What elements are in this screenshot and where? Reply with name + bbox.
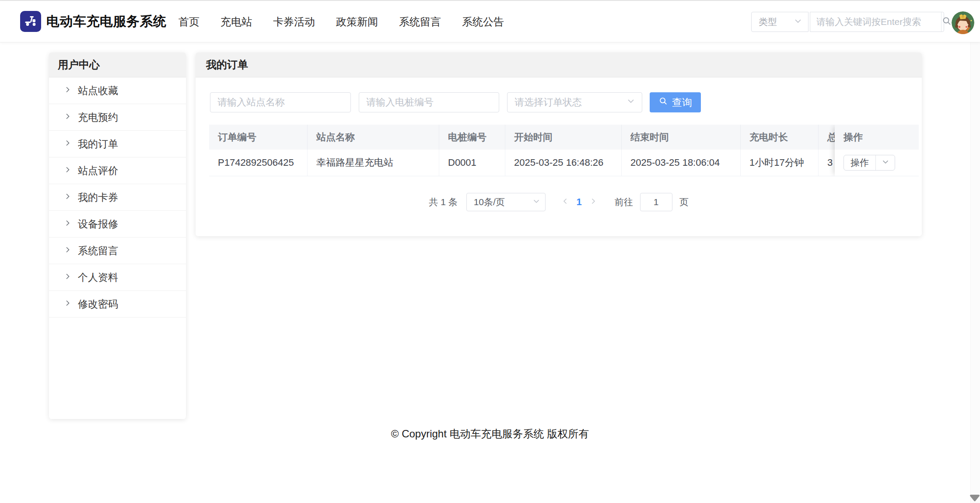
sidebar-item-reservations[interactable]: 充电预约 bbox=[49, 104, 186, 131]
search-type-value: 类型 bbox=[759, 16, 777, 28]
col-station: 站点名称 bbox=[308, 125, 439, 150]
sidebar-item-messages[interactable]: 系统留言 bbox=[49, 238, 186, 264]
col-action: 操作 bbox=[835, 125, 919, 150]
sidebar-item-coupons[interactable]: 我的卡券 bbox=[49, 184, 186, 211]
nav-item-stations[interactable]: 充电站 bbox=[220, 12, 253, 31]
cell-end-time: 2025-03-25 18:06:04 bbox=[622, 150, 741, 176]
page-unit-label: 页 bbox=[679, 196, 689, 208]
panel-title: 我的订单 bbox=[196, 52, 922, 77]
brand-title: 电动车充电服务系统 bbox=[46, 1, 167, 42]
keyword-search-box bbox=[810, 12, 944, 32]
header-search-button[interactable] bbox=[941, 12, 952, 31]
cell-action: 操作 bbox=[835, 150, 919, 176]
order-status-placeholder: 请选择订单状态 bbox=[514, 96, 582, 109]
triangle-down-icon bbox=[969, 496, 980, 503]
magnifier-icon bbox=[942, 16, 952, 28]
chevron-right-icon bbox=[63, 85, 72, 97]
pagination-total: 共 1 条 bbox=[429, 196, 457, 208]
chevron-right-icon bbox=[63, 298, 72, 310]
sidebar-item-reviews[interactable]: 站点评价 bbox=[49, 157, 186, 184]
order-status-select[interactable]: 请选择订单状态 bbox=[507, 92, 642, 112]
table-header-row: 订单编号 站点名称 电桩编号 开始时间 结束时间 充电时长 总 bbox=[209, 125, 919, 150]
keyword-search-input[interactable] bbox=[810, 12, 941, 31]
next-page-button[interactable] bbox=[587, 193, 600, 211]
col-duration: 充电时长 bbox=[741, 125, 819, 150]
scroll-down-indicator[interactable] bbox=[969, 493, 980, 502]
magnifier-icon bbox=[658, 96, 668, 108]
chevron-down-icon bbox=[881, 157, 890, 168]
app-logo[interactable] bbox=[20, 11, 41, 32]
chevron-right-icon bbox=[63, 138, 72, 150]
chevron-down-icon bbox=[532, 197, 541, 208]
page-size-select[interactable]: 10条/页 bbox=[466, 193, 546, 211]
orders-table: 订单编号 站点名称 电桩编号 开始时间 结束时间 充电时长 总 P1742892… bbox=[209, 125, 919, 176]
nav-item-coupons[interactable]: 卡券活动 bbox=[272, 12, 316, 31]
col-end-time: 结束时间 bbox=[622, 125, 741, 150]
query-button[interactable]: 查询 bbox=[650, 92, 701, 112]
user-center-panel: 用户中心 站点收藏 充电预约 我的订单 站点评价 我的卡券 设备报修 系统留言 … bbox=[49, 52, 186, 419]
sidebar-item-label: 站点收藏 bbox=[78, 84, 118, 98]
sidebar-title: 用户中心 bbox=[49, 52, 186, 77]
table-row: P1742892506425 幸福路星星充电站 D0001 2025-03-25… bbox=[209, 150, 919, 176]
nav-item-home[interactable]: 首页 bbox=[178, 12, 200, 31]
col-pile: 电桩编号 bbox=[439, 125, 505, 150]
search-type-select[interactable]: 类型 bbox=[751, 12, 808, 32]
chevron-right-icon bbox=[63, 165, 72, 177]
sidebar-item-label: 系统留言 bbox=[78, 244, 118, 258]
chevron-right-icon bbox=[63, 192, 72, 203]
sidebar-item-password[interactable]: 修改密码 bbox=[49, 291, 186, 318]
sidebar-item-label: 我的卡券 bbox=[78, 191, 118, 204]
action-dropdown-toggle[interactable] bbox=[875, 155, 895, 170]
sidebar-item-profile[interactable]: 个人资料 bbox=[49, 264, 186, 291]
cell-start-time: 2025-03-25 16:48:26 bbox=[505, 150, 622, 176]
orders-panel: 我的订单 请选择订单状态 查询 订单编号 站点名称 电桩编号 开始时间 结束时间… bbox=[196, 52, 922, 236]
query-button-label: 查询 bbox=[672, 96, 692, 109]
col-start-time: 开始时间 bbox=[505, 125, 622, 150]
chevron-down-icon bbox=[793, 16, 803, 28]
sidebar-item-label: 修改密码 bbox=[78, 297, 118, 311]
nav-item-messages[interactable]: 系统留言 bbox=[398, 12, 442, 31]
main-nav: 首页 充电站 卡券活动 政策新闻 系统留言 系统公告 bbox=[178, 1, 505, 42]
sidebar-item-favorites[interactable]: 站点收藏 bbox=[49, 77, 186, 104]
cell-order-no: P1742892506425 bbox=[209, 150, 308, 176]
app-header: 电动车充电服务系统 首页 充电站 卡券活动 政策新闻 系统留言 系统公告 类型 bbox=[0, 1, 980, 42]
scooter-icon bbox=[24, 14, 38, 29]
cell-duration: 1小时17分钟 bbox=[741, 150, 819, 176]
sidebar-item-label: 个人资料 bbox=[78, 271, 118, 284]
sidebar-item-orders[interactable]: 我的订单 bbox=[49, 131, 186, 157]
nav-item-notices[interactable]: 系统公告 bbox=[461, 12, 505, 31]
sidebar-item-label: 我的订单 bbox=[78, 137, 118, 151]
action-button[interactable]: 操作 bbox=[844, 155, 875, 170]
prev-page-button[interactable] bbox=[559, 193, 572, 211]
sidebar-item-label: 充电预约 bbox=[78, 111, 118, 124]
goto-label: 前往 bbox=[615, 196, 633, 208]
page-size-value: 10条/页 bbox=[474, 196, 505, 208]
chevron-down-icon bbox=[626, 96, 636, 108]
scrollbar-track[interactable] bbox=[970, 42, 980, 503]
chevron-right-icon bbox=[63, 112, 72, 123]
fixed-action-column: 操作 操作 bbox=[835, 125, 919, 176]
nav-item-news[interactable]: 政策新闻 bbox=[335, 12, 379, 31]
footer-copyright: © Copyright 电动车充电服务系统 版权所有 bbox=[0, 427, 980, 441]
pagination: 共 1 条 10条/页 1 前往 页 bbox=[196, 193, 922, 211]
cell-station: 幸福路星星充电站 bbox=[308, 150, 439, 176]
cell-pile: D0001 bbox=[439, 150, 505, 176]
col-order-no: 订单编号 bbox=[209, 125, 308, 150]
chevron-right-icon bbox=[63, 218, 72, 230]
user-avatar[interactable] bbox=[952, 11, 974, 34]
chevron-right-icon bbox=[589, 197, 598, 208]
goto-page-input[interactable] bbox=[640, 193, 672, 211]
sidebar-item-label: 设备报修 bbox=[78, 217, 118, 231]
order-filters: 请选择订单状态 查询 bbox=[196, 92, 922, 112]
sidebar-item-repairs[interactable]: 设备报修 bbox=[49, 211, 186, 238]
page-number-1[interactable]: 1 bbox=[572, 196, 587, 208]
sidebar-item-label: 站点评价 bbox=[78, 164, 118, 178]
chevron-left-icon bbox=[561, 197, 570, 208]
pile-number-input[interactable] bbox=[359, 92, 499, 112]
station-name-input[interactable] bbox=[210, 92, 351, 112]
chevron-right-icon bbox=[63, 245, 72, 257]
avatar-image bbox=[952, 11, 974, 34]
chevron-right-icon bbox=[63, 272, 72, 283]
action-button-group: 操作 bbox=[844, 155, 895, 171]
